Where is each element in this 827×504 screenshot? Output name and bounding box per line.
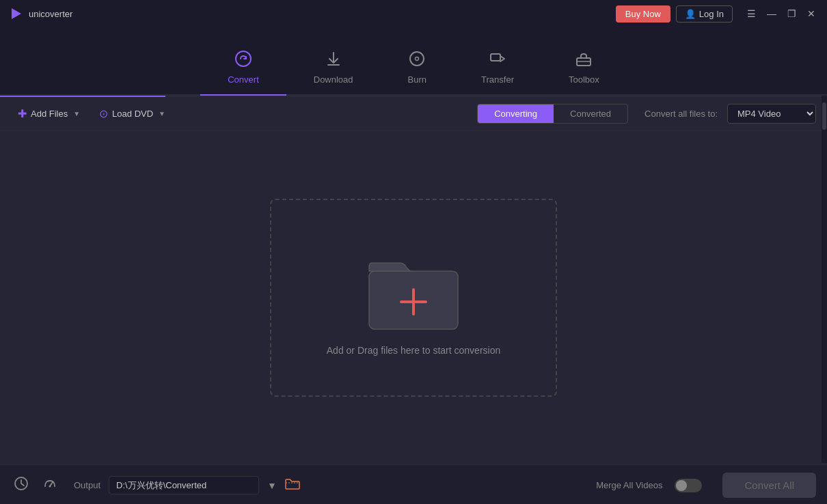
svg-point-13 [49, 486, 51, 488]
history-button[interactable] [11, 473, 31, 497]
app-logo-icon [8, 6, 23, 21]
nav-item-transfer[interactable]: Transfer [454, 42, 541, 94]
folder-icon [355, 240, 472, 333]
nav-item-download[interactable]: Download [286, 42, 381, 94]
titlebar-right: Buy Now 👤 Log In ☰ — ❐ ✕ [616, 5, 819, 23]
scrollbar-track [822, 96, 827, 463]
svg-rect-5 [491, 54, 500, 61]
convert-all-files-label: Convert all files to: [645, 109, 718, 119]
window-controls: ☰ — ❐ ✕ [744, 7, 819, 20]
converting-tab[interactable]: Converting [478, 104, 554, 123]
transfer-nav-icon [489, 50, 506, 70]
nav-label-burn: Burn [408, 74, 426, 85]
add-files-button[interactable]: ✚ Add Files ▼ [11, 103, 87, 124]
load-dvd-button[interactable]: ⊙ Load DVD ▼ [92, 103, 172, 124]
add-files-dropdown-arrow: ▼ [73, 110, 80, 117]
user-icon: 👤 [685, 9, 696, 19]
output-path-input[interactable] [109, 476, 259, 494]
drop-zone[interactable]: Add or Drag files here to start conversi… [270, 199, 557, 397]
output-label: Output [74, 480, 100, 490]
svg-point-4 [416, 57, 419, 61]
speed-icon [42, 476, 57, 491]
close-button[interactable]: ✕ [804, 7, 819, 20]
bottombar: Output ▼ Merge All Videos Convert All [0, 464, 827, 504]
scrollbar-thumb[interactable] [822, 102, 826, 130]
load-dvd-label: Load DVD [112, 109, 153, 119]
nav-label-download: Download [314, 74, 353, 85]
nav-label-transfer: Transfer [481, 74, 514, 85]
format-selector[interactable]: MP4 Video AVI MOV MKV WMV [727, 104, 816, 124]
login-button[interactable]: 👤 Log In [676, 5, 733, 23]
dvd-icon: ⊙ [99, 107, 108, 120]
plus-icon: ✚ [18, 107, 27, 120]
nav-label-convert: Convert [228, 74, 259, 85]
output-folder-button[interactable] [285, 477, 300, 493]
merge-toggle[interactable] [675, 479, 702, 492]
download-nav-icon [325, 50, 342, 70]
app-name: unicoverter [29, 9, 72, 19]
history-icon [14, 476, 29, 491]
minimize-button[interactable]: — [763, 7, 780, 20]
converted-tab[interactable]: Converted [554, 104, 627, 123]
folder-open-icon [285, 477, 300, 490]
navbar: Convert Download Burn Tran [0, 27, 827, 96]
convert-nav-icon [234, 50, 252, 70]
load-dvd-dropdown-arrow: ▼ [159, 110, 165, 117]
add-files-label: Add Files [31, 109, 68, 119]
nav-label-toolbox: Toolbox [569, 74, 599, 85]
toolbox-nav-icon [575, 50, 593, 70]
speed-button[interactable] [40, 473, 60, 497]
nav-item-burn[interactable]: Burn [381, 42, 454, 94]
output-dropdown-button[interactable]: ▼ [267, 480, 277, 491]
conversion-tabs: Converting Converted [477, 104, 628, 124]
main-content: Add or Drag files here to start conversi… [0, 131, 827, 464]
titlebar-left: unicoverter [8, 6, 72, 21]
title-bar: unicoverter Buy Now 👤 Log In ☰ — ❐ ✕ [0, 0, 827, 27]
convert-all-button[interactable]: Convert All [722, 473, 816, 498]
drop-zone-hint: Add or Drag files here to start conversi… [327, 345, 500, 356]
toolbar: ✚ Add Files ▼ ⊙ Load DVD ▼ Converting Co… [0, 97, 827, 131]
restore-button[interactable]: ❐ [784, 7, 800, 20]
nav-item-convert[interactable]: Convert [200, 42, 286, 94]
svg-point-3 [410, 52, 424, 66]
merge-all-videos-label: Merge All Videos [596, 480, 662, 490]
nav-item-toolbox[interactable]: Toolbox [541, 42, 627, 94]
hamburger-button[interactable]: ☰ [744, 7, 759, 20]
svg-marker-0 [12, 8, 21, 19]
burn-nav-icon [408, 50, 426, 70]
buy-now-button[interactable]: Buy Now [616, 5, 670, 23]
